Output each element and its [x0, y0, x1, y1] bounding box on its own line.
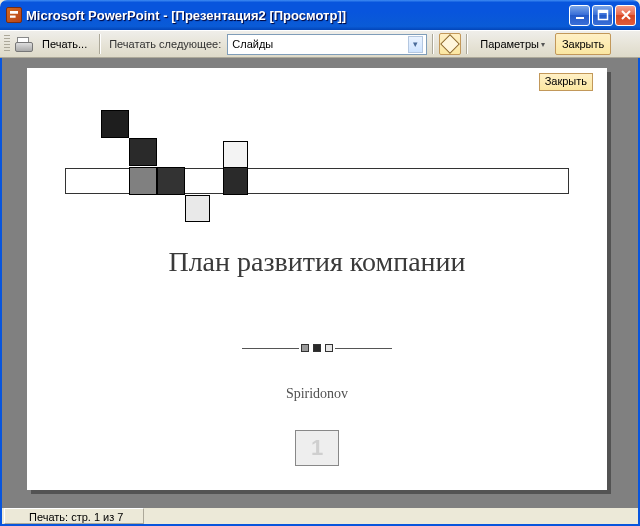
- ruler-icon: [440, 34, 460, 54]
- minimize-button[interactable]: [569, 5, 590, 26]
- chevron-down-icon: ▾: [408, 36, 423, 53]
- chevron-down-icon: ▾: [541, 40, 545, 49]
- decor-square: [223, 141, 248, 168]
- minimize-icon: [574, 9, 586, 21]
- decor-square: [101, 110, 129, 138]
- zoom-ruler-button[interactable]: [439, 33, 461, 55]
- decor-square: [223, 167, 248, 195]
- doc-title: [Презентация2 [Просмотр]]: [171, 8, 346, 23]
- toolbar-separator: [466, 34, 468, 54]
- print-button[interactable]: Печать...: [35, 33, 94, 55]
- svg-rect-0: [576, 17, 584, 19]
- slide-divider: [242, 342, 392, 354]
- maximize-icon: [597, 9, 609, 21]
- toolbar-separator: [432, 34, 434, 54]
- toolbar-grip[interactable]: [4, 35, 10, 53]
- dropdown-selected-value: Слайды: [232, 38, 273, 50]
- options-button[interactable]: Параметры ▾: [473, 33, 552, 55]
- print-preview-toolbar: Печать... Печатать следующее: Слайды ▾ П…: [0, 30, 640, 58]
- decor-square: [129, 138, 157, 166]
- app-name: Microsoft PowerPoint: [26, 8, 160, 23]
- status-bar: Печать: стр. 1 из 7: [0, 508, 640, 526]
- window-close-button[interactable]: [615, 5, 636, 26]
- inpage-close-label: Закрыть: [545, 75, 587, 87]
- slide-number: 1: [311, 435, 323, 461]
- print-button-label: Печать...: [42, 38, 87, 50]
- slide-title: План развития компании: [27, 246, 607, 278]
- status-text: Печать: стр. 1 из 7: [4, 508, 144, 524]
- slide-author: Spiridonov: [27, 386, 607, 402]
- decor-square: [129, 167, 157, 195]
- close-preview-button[interactable]: Закрыть: [555, 33, 611, 55]
- divider-square: [325, 344, 333, 352]
- print-what-label: Печатать следующее:: [106, 38, 224, 50]
- close-icon: [620, 9, 632, 21]
- options-button-label: Параметры: [480, 38, 539, 50]
- decor-square: [185, 195, 210, 222]
- print-what-dropdown[interactable]: Слайды ▾: [227, 34, 427, 55]
- print-preview-area: Закрыть План развития компании Spiridono…: [0, 58, 640, 508]
- inpage-close-button[interactable]: Закрыть: [539, 73, 593, 91]
- window-titlebar: Microsoft PowerPoint - [Презентация2 [Пр…: [0, 0, 640, 30]
- divider-square: [301, 344, 309, 352]
- divider-square: [313, 344, 321, 352]
- window-title: Microsoft PowerPoint - [Презентация2 [Пр…: [26, 8, 346, 23]
- slide-page: Закрыть План развития компании Spiridono…: [27, 68, 607, 490]
- decor-square: [157, 167, 185, 195]
- svg-rect-2: [598, 11, 607, 14]
- printer-icon: [15, 36, 31, 52]
- app-icon: [6, 7, 22, 23]
- maximize-button[interactable]: [592, 5, 613, 26]
- toolbar-separator: [99, 34, 101, 54]
- slide-number-box: 1: [295, 430, 339, 466]
- close-preview-label: Закрыть: [562, 38, 604, 50]
